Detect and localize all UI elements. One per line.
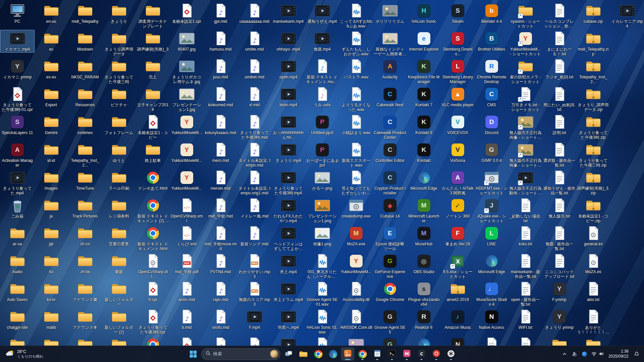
desktop-icon[interactable]	[34, 336, 68, 346]
desktop-icon[interactable]: runtimes	[68, 113, 102, 141]
desktop-icon[interactable]: 売上	[136, 58, 170, 85]
desktop-icon[interactable]: HHALion Sonic	[407, 2, 441, 30]
desktop-icon[interactable]: ▲VLC media player	[441, 85, 475, 113]
desktop-icon[interactable]: SSpectraLayers 11	[0, 113, 34, 141]
desktop-icon[interactable]: パストラ.wav	[339, 58, 373, 85]
desktop-icon[interactable]: 無題 - 親作品一覧.txt	[542, 225, 576, 252]
taskbar-app-media-app[interactable]: M	[400, 347, 414, 361]
desktop-icon[interactable]: DDiscord	[475, 113, 508, 141]
desktop-icon[interactable]: J↗JQuake.exe - ショートカット	[475, 197, 508, 225]
desktop-icon[interactable]: 営業日変更	[102, 225, 136, 252]
desktop-icon[interactable]: ko-kr	[34, 280, 68, 308]
desktop-icon[interactable]: ♪mero.mid	[204, 141, 237, 169]
desktop-icon[interactable]: en-us	[34, 2, 68, 30]
desktop-icon[interactable]: ♪タイトル未設定, tempo.mid	[237, 141, 271, 169]
taskbar-app-chrome[interactable]	[312, 347, 325, 361]
desktop-icon[interactable]: ♪jusu.mid	[204, 58, 237, 85]
desktop-icon[interactable]: アナウンス冬	[68, 308, 102, 336]
clock[interactable]: 1:36 2025/09/22	[606, 347, 631, 361]
desktop-icon[interactable]: 死にたい_ぬ歌詞.txt	[542, 85, 576, 113]
desktop-icon[interactable]: きょうり食ってた午後三時.zip	[576, 141, 610, 169]
desktop-icon[interactable]: F.mp4	[237, 308, 271, 336]
desktop-icon[interactable]: ♪sirofu.mid	[204, 308, 237, 336]
desktop-icon[interactable]: ↗無人販売不正行為画像 - ショートカット	[508, 141, 542, 169]
taskbar-app-file-explorer[interactable]	[297, 347, 310, 361]
desktop-icon[interactable]: LSteinberg Library Manager	[441, 58, 475, 85]
desktop-icon[interactable]: きょうり食ってた午後3時.mp4	[271, 169, 305, 197]
desktop-icon[interactable]: dllOpenCvSharp.dll...	[136, 252, 170, 280]
desktop-icon[interactable]: SSteam	[441, 2, 475, 30]
desktop-icon[interactable]: GGeForce Experience	[373, 252, 407, 280]
desktop-icon[interactable]: MMoZA.exe	[339, 225, 373, 252]
desktop-icon[interactable]: G	[373, 336, 407, 346]
desktop-icon[interactable]: ♪b.mid	[170, 308, 204, 336]
desktop-icon[interactable]: ♪新規ソング.mid	[237, 225, 271, 252]
desktop-icon[interactable]: F筆まめ Ver.28	[441, 225, 475, 252]
desktop-icon[interactable]: es	[34, 30, 68, 58]
desktop-icon[interactable]: 無題.mp4	[305, 30, 339, 58]
desktop-icon[interactable]: 調査用データテンプレート	[136, 2, 170, 30]
desktop-icon[interactable]: midi_Telepathy	[68, 2, 102, 30]
desktop-icon[interactable]: ♪PVTNd.mid	[204, 252, 237, 280]
desktop-icon[interactable]: 新規 テキスト ドキュメント.html	[136, 225, 170, 252]
desktop-icon[interactable]	[508, 336, 542, 346]
desktop-icon[interactable]: ごみ箱	[0, 197, 34, 225]
desktop-icon[interactable]	[305, 336, 339, 346]
desktop-icon[interactable]: ko	[34, 252, 68, 280]
desktop-icon[interactable]: ずんだもん＿しおかぜふ.wav	[339, 30, 373, 58]
desktop-icon[interactable]	[576, 336, 610, 346]
desktop-icon[interactable]	[339, 336, 373, 346]
desktop-icon[interactable]: よりうるさくなった.wav	[339, 85, 373, 113]
desktop-icon[interactable]: ♪hamusu.mid	[204, 30, 237, 58]
desktop-icon[interactable]: ♪meroin.mid	[204, 169, 237, 197]
desktop-icon[interactable]: フォトフレーム	[102, 113, 136, 141]
desktop-icon[interactable]: 羽尻へ.mp4	[271, 308, 305, 336]
desktop-icon[interactable]: airset2-2019	[441, 280, 475, 308]
desktop-icon[interactable]: アナウンス夏	[68, 280, 102, 308]
desktop-icon[interactable]: ニコニコバックアップロード.txt	[542, 252, 576, 280]
desktop-icon[interactable]: きょうり.mp4	[271, 141, 305, 169]
desktop-icon[interactable]: 新しいフォルダー	[102, 280, 136, 308]
desktop-icon[interactable]: RReaktor 6	[407, 308, 441, 336]
desktop-icon[interactable]: YF.ymmp	[542, 280, 576, 308]
ime-indicator[interactable]: あ	[570, 348, 579, 360]
desktop-icon[interactable]: イカレマニア.mp4	[610, 2, 644, 30]
desktop-icon[interactable]: chatgpt-site	[0, 308, 34, 336]
desktop-icon[interactable]: きょうり食ってた午後3時.zip	[576, 113, 610, 141]
taskbar-app-red-app[interactable]	[430, 347, 443, 361]
desktop-icon[interactable]: 父子キャンプ2018	[136, 85, 170, 113]
desktop-icon[interactable]: プレゼンテーション1.png	[305, 197, 339, 225]
desktop-icon[interactable]: ♪タイトル未設定, tempo.orig1.mid	[237, 169, 271, 197]
desktop-icon[interactable]: eInternet Explorer	[407, 30, 441, 58]
taskbar-app-edge[interactable]	[326, 347, 340, 361]
desktop-icon[interactable]: きょうり調声用データ	[102, 30, 136, 58]
desktop-icon[interactable]: ksks.txt	[508, 225, 542, 252]
desktop-icon[interactable]: ↗syasinn - ショートカット	[508, 2, 542, 30]
desktop-icon[interactable]: MP3わかりやすい.mp3	[237, 252, 271, 280]
desktop-icon[interactable]: ヘルスコンプレッション＿歌詞.txt	[542, 2, 576, 30]
desktop-icon[interactable]: CCrypton Product Installer	[373, 169, 407, 197]
desktop-icon[interactable]: zh-cn	[68, 225, 102, 252]
desktop-icon[interactable]: きょうりボカコレ用サムネ.jpg	[170, 58, 204, 85]
desktop-icon[interactable]: KKontakt 7	[407, 85, 441, 113]
desktop-icon[interactable]: だれもFX入れたやつ.mp4	[271, 197, 305, 225]
desktop-icon[interactable]: KKontakt	[407, 141, 441, 169]
desktop-icon[interactable]: ♪mid_学校muse.mid	[204, 225, 237, 252]
desktop-icon[interactable]: 路上駐車	[136, 141, 170, 169]
desktop-icon[interactable]: ゆうと	[102, 141, 136, 169]
desktop-icon[interactable]: YYukkuriMovieM...	[170, 141, 204, 169]
desktop-icon[interactable]: ♪	[204, 336, 237, 346]
desktop-icon[interactable]: VVoiSona	[441, 141, 475, 169]
desktop-icon[interactable]: きょうり食ってた午後3時.cpr	[136, 308, 170, 336]
desktop-icon[interactable]: 最新	[102, 252, 136, 280]
notification-bell-icon[interactable]	[632, 348, 641, 360]
desktop-icon[interactable]: sPlogue sforzando x64	[407, 280, 441, 308]
desktop-icon[interactable]: Pおーぼーまにあ.ppsf	[305, 141, 339, 169]
desktop-icon[interactable]: LLINE	[475, 225, 508, 252]
desktop-icon[interactable]: Microsoft Edge	[407, 169, 441, 197]
desktop-icon[interactable]: ピクチャ	[102, 85, 136, 113]
desktop-icon[interactable]: ♪umibe.mid	[237, 30, 271, 58]
desktop-icon[interactable]: CCakewalk Product Center	[373, 113, 407, 141]
desktop-icon[interactable]: 新規 テキスト ドキュメント (2).html	[136, 197, 170, 225]
desktop-icon[interactable]: X↗9.5.xlsx - ショートカット	[441, 252, 475, 280]
